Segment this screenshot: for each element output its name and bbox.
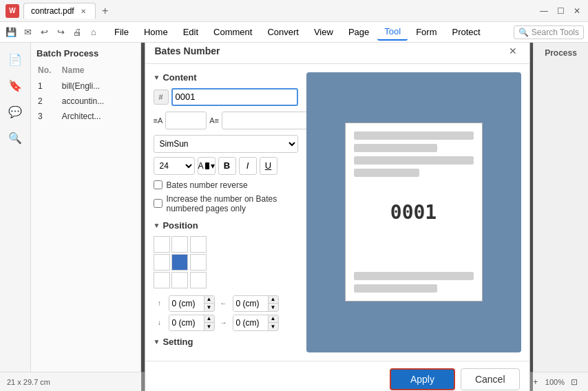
apply-button[interactable]: Apply bbox=[390, 368, 455, 390]
bates-number-input[interactable] bbox=[171, 88, 298, 106]
pos-cell-5[interactable] bbox=[190, 254, 207, 271]
bates-increase-checkbox[interactable] bbox=[154, 199, 162, 208]
content-section-header[interactable]: ▼ Content bbox=[154, 72, 298, 83]
mail-icon[interactable]: ✉ bbox=[21, 25, 34, 39]
bates-reverse-checkbox[interactable] bbox=[154, 180, 162, 189]
dialog-form: ▼ Content # ≡A A≡ bbox=[154, 72, 298, 352]
pos-cell-3[interactable] bbox=[154, 254, 170, 271]
top-margin-icon: ↑ bbox=[154, 297, 166, 310]
table-row[interactable]: 3 Architect... bbox=[38, 109, 134, 123]
top-margin-input[interactable] bbox=[169, 296, 204, 311]
top-margin-spinner[interactable]: ▲ ▼ bbox=[204, 295, 214, 312]
content-section-label: Content bbox=[162, 72, 196, 83]
dialog-close-button[interactable]: ✕ bbox=[506, 44, 520, 58]
bottom-margin-up[interactable]: ▲ bbox=[204, 315, 214, 323]
page-dimensions: 21 x 29.7 cm bbox=[7, 378, 50, 386]
home-icon[interactable]: ⌂ bbox=[87, 25, 101, 39]
preview-line-1 bbox=[354, 131, 474, 140]
right-margin-up[interactable]: ▲ bbox=[269, 315, 278, 323]
menu-view[interactable]: View bbox=[307, 24, 340, 40]
print-icon[interactable]: 🖨 bbox=[70, 25, 84, 39]
menu-file[interactable]: File bbox=[107, 24, 136, 40]
cancel-button[interactable]: Cancel bbox=[461, 368, 520, 390]
menu-protect[interactable]: Protect bbox=[445, 24, 487, 40]
underline-button[interactable]: U bbox=[260, 157, 277, 175]
suffix-label: A≡ bbox=[209, 116, 219, 125]
tab-add-button[interactable]: + bbox=[98, 4, 112, 18]
bottom-margin-spinner[interactable]: ▲ ▼ bbox=[204, 315, 214, 331]
preview-page: 0001 bbox=[345, 123, 483, 302]
sidebar-bookmark-icon[interactable]: 🔖 bbox=[4, 74, 26, 96]
color-picker-button[interactable]: A ▾ bbox=[198, 157, 216, 175]
zoom-level: 100% bbox=[545, 378, 565, 386]
right-margin-down[interactable]: ▼ bbox=[269, 323, 278, 331]
bottom-margin-input[interactable] bbox=[169, 315, 204, 330]
bates-input-row: # bbox=[154, 88, 298, 106]
menu-edit[interactable]: Edit bbox=[176, 24, 205, 40]
menu-comment[interactable]: Comment bbox=[207, 24, 259, 40]
preview-line-4 bbox=[354, 169, 420, 177]
pos-cell-1[interactable] bbox=[171, 236, 188, 253]
right-margin-spinner[interactable]: ▲ ▼ bbox=[268, 315, 278, 331]
bottom-margin-down[interactable]: ▼ bbox=[204, 323, 214, 331]
dialog-body: ▼ Content # ≡A A≡ bbox=[145, 64, 529, 361]
menu-tool[interactable]: Tool bbox=[377, 23, 408, 41]
top-margin-row: ↑ ▲ ▼ ← bbox=[154, 295, 298, 312]
bottom-margin-row: ↓ ▲ ▼ → bbox=[154, 315, 298, 331]
table-row[interactable]: 2 accountin... bbox=[38, 94, 134, 108]
pos-cell-2[interactable] bbox=[190, 236, 207, 253]
panel-table: No. Name 1 bill(Engli... 2 accountin... … bbox=[36, 64, 135, 125]
sidebar-file-icon[interactable]: 📄 bbox=[4, 48, 26, 70]
font-select[interactable]: SimSun bbox=[154, 135, 298, 153]
left-margin-input[interactable] bbox=[233, 296, 268, 311]
top-margin-up[interactable]: ▲ bbox=[204, 295, 214, 304]
redo-icon[interactable]: ↪ bbox=[54, 25, 67, 39]
right-margin-input[interactable] bbox=[233, 315, 268, 330]
menu-form[interactable]: Form bbox=[409, 24, 443, 40]
dialog-title: Bates Number bbox=[155, 45, 220, 56]
left-margin-down[interactable]: ▼ bbox=[269, 304, 278, 312]
color-indicator bbox=[205, 162, 209, 169]
position-section: ▼ Position bbox=[154, 220, 298, 331]
preview-line-6 bbox=[354, 284, 438, 293]
col-no: No. bbox=[38, 65, 61, 78]
tab-area: W contract.pdf ✕ + bbox=[6, 3, 538, 19]
menu-convert[interactable]: Convert bbox=[260, 24, 306, 40]
font-color-label: A bbox=[198, 161, 204, 171]
search-placeholder: Search Tools bbox=[532, 28, 579, 37]
pos-cell-0[interactable] bbox=[154, 236, 170, 253]
close-icon[interactable]: ✕ bbox=[571, 6, 582, 17]
fit-page-button[interactable]: ⊡ bbox=[567, 375, 581, 389]
menu-page[interactable]: Page bbox=[342, 24, 376, 40]
preview-bates-number: 0001 bbox=[390, 201, 437, 224]
setting-section: ▼ Setting bbox=[154, 337, 298, 347]
search-tools-box[interactable]: 🔍 Search Tools bbox=[514, 25, 584, 39]
menu-home[interactable]: Home bbox=[137, 24, 175, 40]
restore-icon[interactable]: ☐ bbox=[555, 6, 566, 17]
undo-icon[interactable]: ↩ bbox=[37, 25, 51, 39]
left-margin-spinner[interactable]: ▲ ▼ bbox=[268, 295, 278, 312]
pos-cell-7[interactable] bbox=[171, 272, 188, 288]
pos-cell-4[interactable] bbox=[171, 254, 188, 271]
app-icon: W bbox=[6, 4, 19, 18]
bold-button[interactable]: B bbox=[218, 157, 236, 175]
save-icon[interactable]: 💾 bbox=[4, 25, 18, 39]
italic-button[interactable]: I bbox=[239, 157, 257, 175]
size-select[interactable]: 24 bbox=[154, 157, 195, 175]
position-section-header[interactable]: ▼ Position bbox=[154, 220, 298, 231]
table-row[interactable]: 1 bill(Engli... bbox=[38, 79, 134, 93]
main-layout: 📄 🔖 💬 🔍 Batch Process No. Name 1 bill(En… bbox=[0, 43, 588, 391]
tab-close-icon[interactable]: ✕ bbox=[78, 6, 88, 16]
prefix-input[interactable] bbox=[165, 112, 207, 129]
tab-contract[interactable]: contract.pdf ✕ bbox=[23, 3, 96, 19]
pos-cell-6[interactable] bbox=[154, 272, 170, 288]
minimize-icon[interactable]: — bbox=[538, 6, 549, 17]
sidebar-search-icon[interactable]: 🔍 bbox=[4, 127, 26, 149]
pos-cell-8[interactable] bbox=[190, 272, 207, 288]
right-margin-icon: → bbox=[218, 317, 230, 329]
sidebar-comment-icon[interactable]: 💬 bbox=[4, 101, 26, 123]
top-margin-down[interactable]: ▼ bbox=[204, 304, 214, 312]
bates-icon: # bbox=[154, 89, 169, 105]
left-margin-up[interactable]: ▲ bbox=[269, 295, 278, 304]
setting-section-header[interactable]: ▼ Setting bbox=[154, 337, 298, 347]
